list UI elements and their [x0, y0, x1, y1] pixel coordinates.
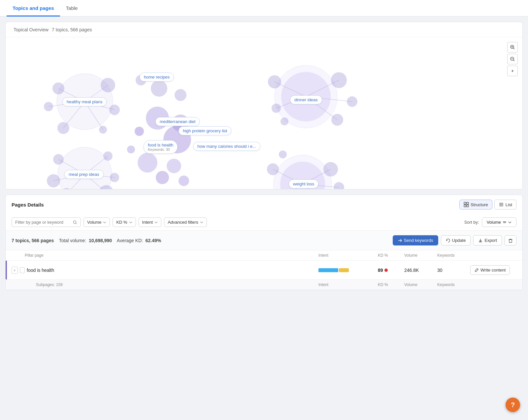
stats-left: 7 topics, 566 pages Total volume: 10,698…: [12, 238, 161, 243]
view-list-button[interactable]: List: [494, 200, 516, 210]
zoom-reset-button[interactable]: [507, 66, 518, 76]
bubble-food-is-health-keywords: Keywords: 30: [148, 147, 173, 151]
trash-icon: [508, 238, 513, 243]
subpages-kd-col: KD %: [378, 282, 404, 287]
subpages-intent-col: Intent: [318, 282, 378, 287]
table-row: › food is health 89 246.8K 30 Write cont…: [6, 261, 522, 280]
zoom-out-button[interactable]: [507, 54, 518, 64]
svg-point-4: [109, 105, 120, 115]
update-icon: [446, 238, 450, 243]
stats-actions: Send keywords Update Export: [393, 235, 516, 245]
write-icon: [475, 268, 479, 272]
tab-table[interactable]: Table: [60, 0, 84, 16]
pages-details-section: Pages Details Structure List Volume KD %: [5, 195, 523, 290]
filter-advanced-button[interactable]: Advanced filters: [164, 217, 207, 227]
chevron-down-icon: [508, 221, 512, 223]
svg-point-13: [58, 147, 112, 189]
svg-point-35: [135, 127, 144, 136]
filter-kd-button[interactable]: KD %: [113, 217, 136, 227]
bubble-high-protein[interactable]: high protein grocery list: [179, 126, 231, 135]
subpages-row: Subpages: 159 Intent KD % Volume Keyword…: [6, 280, 522, 290]
svg-point-83: [74, 221, 76, 223]
row-name: food is health: [27, 268, 318, 273]
svg-point-18: [61, 188, 73, 189]
view-structure-button[interactable]: Structure: [459, 200, 492, 210]
chevron-down-icon: [129, 221, 132, 223]
svg-point-58: [334, 182, 344, 189]
kd-cell: 89: [378, 268, 404, 273]
svg-point-5: [57, 122, 69, 134]
volume-value: 246.8K: [404, 268, 437, 273]
svg-point-30: [138, 153, 157, 173]
svg-point-32: [151, 80, 167, 97]
row-expand-button[interactable]: ›: [12, 267, 18, 274]
view-buttons: Structure List: [459, 200, 516, 210]
total-volume-label: Total volume:: [59, 238, 86, 243]
connections-svg: [6, 37, 522, 189]
avg-kd-label: Average KD:: [117, 238, 143, 243]
svg-point-44: [331, 72, 347, 88]
sort-label: Sort by:: [464, 220, 479, 225]
export-button[interactable]: Export: [473, 235, 502, 245]
svg-rect-78: [464, 205, 466, 207]
svg-point-6: [99, 126, 107, 134]
search-input[interactable]: [15, 220, 71, 225]
svg-point-17: [110, 173, 119, 182]
svg-point-56: [267, 163, 279, 175]
delete-button[interactable]: [505, 235, 516, 245]
tab-topics-and-pages[interactable]: Topics and pages: [7, 0, 60, 16]
avg-kd-value: 62.49%: [146, 238, 161, 243]
svg-point-33: [175, 89, 186, 101]
topical-overview-title: Topical Overview: [14, 27, 49, 32]
zoom-in-button[interactable]: [507, 42, 518, 52]
topical-overview-header: Topical Overview 7 topics, 566 pages: [6, 22, 522, 37]
filter-intent-button[interactable]: Intent: [139, 217, 162, 227]
bubble-meal-prep-ideas[interactable]: meal prep ideas: [64, 170, 104, 179]
intent-seg-blue: [318, 268, 338, 272]
svg-rect-79: [467, 205, 469, 207]
subpages-label: Subpages: 159: [36, 282, 318, 287]
svg-point-46: [331, 114, 343, 126]
sort-select[interactable]: Volume: [482, 217, 516, 227]
filter-volume-button[interactable]: Volume: [83, 217, 110, 227]
svg-line-72: [513, 60, 515, 61]
kd-value: 89: [378, 268, 383, 273]
svg-line-50: [306, 80, 339, 97]
kd-dot: [384, 269, 388, 272]
bubble-canvas: healthy meal plans home recipes mediterr…: [6, 37, 522, 189]
send-keywords-button[interactable]: Send keywords: [393, 235, 438, 245]
total-volume-value: 10,698,990: [89, 238, 112, 243]
table-header: Pillar page Intent KD % Volume Keywords: [6, 250, 522, 261]
svg-point-48: [280, 117, 288, 125]
zoom-controls: [507, 42, 518, 76]
intent-bar: [318, 268, 378, 272]
bubble-food-is-health[interactable]: food is health Keywords: 30: [144, 140, 178, 154]
col-volume: Volume: [404, 253, 437, 258]
bubble-how-many-calories[interactable]: how many calories should i e...: [193, 142, 260, 151]
svg-point-3: [44, 102, 53, 111]
subpages-vol-col: Volume: [404, 282, 437, 287]
topical-overview-section: Topical Overview 7 topics, 566 pages: [5, 22, 523, 189]
col-kd: KD %: [378, 253, 404, 258]
col-intent: Intent: [318, 253, 378, 258]
update-button[interactable]: Update: [441, 235, 471, 245]
bubble-healthy-meal-plans[interactable]: healthy meal plans: [62, 97, 107, 106]
list-icon: [499, 202, 504, 207]
svg-point-16: [47, 174, 60, 187]
bubble-weight-loss[interactable]: weight loss: [289, 179, 318, 188]
row-checkbox[interactable]: [20, 267, 25, 273]
bubble-home-recipes[interactable]: home recipes: [140, 73, 174, 81]
write-content-label: Write content: [480, 268, 506, 273]
search-box[interactable]: [12, 217, 81, 227]
chevron-down-icon: [154, 221, 158, 223]
write-content-button[interactable]: Write content: [470, 265, 510, 275]
svg-point-1: [52, 82, 64, 94]
col-pillar-page: Pillar page: [25, 253, 318, 258]
bubble-dinner-ideas[interactable]: dinner ideas: [290, 95, 322, 104]
bubble-mediterranean-diet[interactable]: mediterranean diet: [155, 117, 200, 126]
svg-point-47: [272, 104, 281, 113]
svg-point-37: [156, 171, 169, 184]
filters-row: Volume KD % Intent Advanced filters Sort…: [6, 214, 522, 231]
bubble-food-is-health-label: food is health: [148, 143, 173, 147]
structure-icon: [464, 202, 469, 207]
